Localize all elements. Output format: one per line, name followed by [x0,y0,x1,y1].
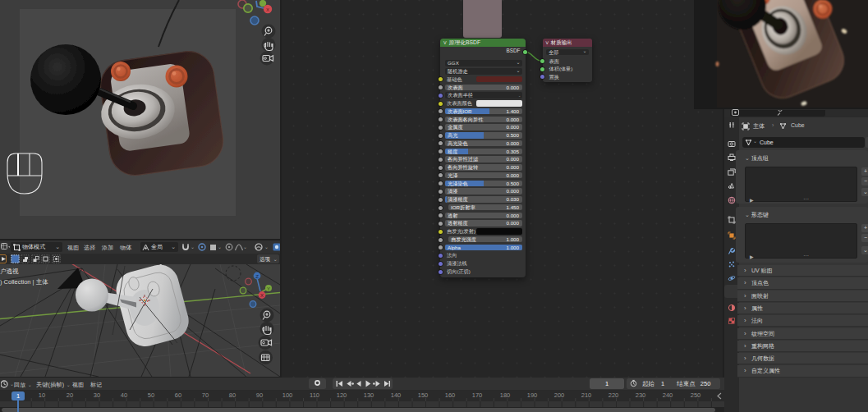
svg-text:Z: Z [255,274,259,279]
svg-text:Y: Y [267,286,270,291]
svg-text:户透视: 户透视 [0,268,19,275]
svg-text:) Collection | 主体: ) Collection | 主体 [0,278,48,286]
svg-text:X: X [266,7,269,12]
svg-text:X: X [260,293,264,298]
